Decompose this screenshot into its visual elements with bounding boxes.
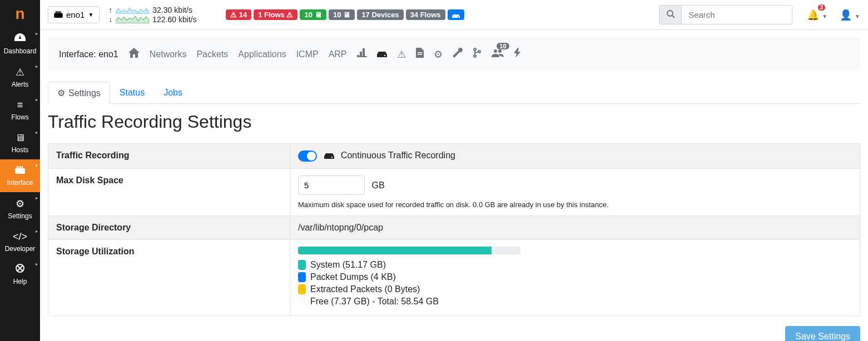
svg-rect-4	[22, 166, 23, 169]
svg-point-20	[384, 55, 385, 56]
tab-status[interactable]: Status	[110, 82, 154, 103]
save-button[interactable]: Save Settings	[785, 326, 860, 341]
sidebar-item-label: Interface	[7, 179, 33, 187]
label-storage-dir: Storage Directory	[48, 216, 290, 239]
storage-dir-value: /var/lib/ntopng/0/pcap	[290, 216, 860, 239]
interface-name: eno1	[66, 10, 85, 19]
user-icon: 👤	[840, 9, 852, 21]
traffic-recording-toggle[interactable]	[298, 151, 317, 162]
help-icon	[16, 264, 24, 275]
sidebar-item-label: Developer	[5, 245, 36, 253]
upload-sparkline	[116, 6, 149, 14]
interface-icon	[15, 165, 25, 177]
svg-rect-0	[15, 168, 25, 174]
git-icon[interactable]	[473, 48, 482, 61]
search-button[interactable]	[659, 5, 681, 24]
svg-point-13	[458, 16, 459, 17]
legend-dumps: Packet Dumps (4 KB)	[298, 272, 852, 282]
tab-settings[interactable]: ⚙ Settings	[48, 82, 110, 104]
hosts-icon: 🖥	[15, 132, 25, 144]
page-title: Traffic Recording Settings	[48, 112, 860, 132]
svg-point-14	[667, 11, 673, 16]
traffic-recording-desc: Continuous Traffic Recording	[341, 151, 455, 160]
disk-icon	[324, 151, 337, 161]
home-icon[interactable]	[128, 48, 140, 61]
dashboard-icon	[14, 33, 26, 45]
gear-icon: ⚙	[16, 198, 24, 210]
sidebar-item-settings[interactable]: ▸ ⚙ Settings	[0, 192, 40, 225]
label-max-disk: Max Disk Space	[48, 169, 290, 215]
gear-icon[interactable]: ⚙	[434, 48, 443, 61]
disk-badge[interactable]	[448, 9, 464, 20]
flows-alert-badge[interactable]: 1 Flows ⚠	[254, 9, 297, 20]
devices-badge[interactable]: 17 Devices	[357, 9, 403, 20]
tab-jobs[interactable]: Jobs	[154, 82, 192, 103]
sidebar-item-dashboard[interactable]: ▸ Dashboard	[0, 28, 40, 61]
sidebar-item-label: Flows	[11, 113, 28, 121]
caret-down-icon: ▼	[88, 12, 93, 18]
svg-rect-12	[60, 11, 61, 13]
sidebar-item-label: Alerts	[12, 81, 29, 88]
sidebar-item-alerts[interactable]: ▸ ⚠ Alerts	[0, 61, 40, 94]
flows-badge[interactable]: 34 Flows	[406, 9, 445, 20]
users-icon[interactable]: 10	[492, 48, 504, 60]
nav-arp[interactable]: ARP	[329, 49, 347, 59]
svg-rect-1	[17, 166, 18, 169]
legend-extracted: Extracted Packets (0 Bytes)	[298, 284, 852, 294]
download-sparkline	[116, 16, 149, 23]
legend-free-total: Free (7.37 GB) - Total: 58.54 GB	[298, 297, 852, 307]
nav-applications[interactable]: Applications	[238, 49, 286, 59]
svg-rect-22	[418, 54, 422, 55]
bell-icon: 🔔	[807, 9, 819, 21]
sidebar-item-label: Help	[13, 278, 27, 285]
svg-point-27	[498, 49, 502, 53]
topbar: eno1 ▼ ↑ 32.30 kbit/s ↓ 122.60 kbit/s ⚠ …	[40, 0, 868, 30]
user-menu[interactable]: 👤 ▼	[840, 9, 860, 21]
svg-rect-3	[20, 166, 21, 169]
label-storage-util: Storage Utilization	[48, 240, 290, 315]
legend-system: System (51.17 GB)	[298, 260, 852, 270]
sidebar-item-interface[interactable]: ▸ Interface	[0, 159, 40, 192]
wrench-icon[interactable]	[453, 48, 463, 61]
interface-selector[interactable]: eno1 ▼	[48, 6, 100, 23]
notification-count: 3	[818, 4, 826, 11]
file-icon[interactable]	[416, 48, 424, 61]
hosts-grey-badge[interactable]: 10 🖥	[329, 9, 355, 20]
disk-icon[interactable]	[377, 48, 387, 60]
notifications-button[interactable]: 🔔 3 ▼	[807, 9, 827, 21]
svg-rect-9	[56, 11, 57, 13]
status-badges: ⚠ 14 1 Flows ⚠ 10 🖥 10 🖥 17 Devices 34 F…	[226, 9, 464, 20]
svg-point-28	[331, 157, 333, 158]
storage-progress	[298, 247, 520, 254]
search-input[interactable]	[681, 5, 792, 24]
nav-icmp[interactable]: ICMP	[296, 49, 319, 59]
svg-rect-19	[357, 56, 367, 57]
svg-rect-10	[57, 11, 58, 13]
logo[interactable]: n	[0, 0, 40, 28]
sidebar: n ▸ Dashboard ▸ ⚠ Alerts ▸ ≡ Flows ▸ 🖥 H…	[0, 0, 40, 341]
sidebar-item-help[interactable]: ▸ Help	[0, 258, 40, 291]
svg-point-23	[474, 48, 476, 51]
traffic-rates: ↑ 32.30 kbit/s ↓ 122.60 kbit/s	[108, 6, 196, 24]
nav-packets[interactable]: Packets	[196, 49, 228, 59]
gear-icon: ⚙	[57, 88, 65, 98]
sidebar-item-label: Dashboard	[4, 47, 37, 55]
arrow-up-icon: ↑	[108, 6, 112, 15]
bolt-icon[interactable]	[514, 48, 520, 61]
sidebar-item-hosts[interactable]: ▸ 🖥 Hosts	[0, 127, 40, 159]
alert-badge[interactable]: ⚠ 14	[226, 9, 251, 20]
sidebar-item-developer[interactable]: ▸ </> Developer	[0, 225, 40, 258]
hosts-green-badge[interactable]: 10 🖥	[300, 9, 326, 20]
warning-icon[interactable]: ⚠	[397, 48, 406, 61]
chart-icon[interactable]	[357, 48, 367, 60]
search-icon	[666, 9, 675, 20]
nav-networks[interactable]: Networks	[150, 49, 187, 59]
upload-rate: 32.30 kbit/s	[152, 6, 192, 15]
sidebar-item-flows[interactable]: ▸ ≡ Flows	[0, 94, 40, 127]
interface-label: Interface: eno1	[59, 49, 118, 59]
max-disk-help: Maximum disk space used for recorded tra…	[298, 200, 852, 209]
arrow-down-icon: ↓	[108, 15, 112, 24]
tabs: ⚙ Settings Status Jobs	[48, 82, 860, 104]
max-disk-input[interactable]	[298, 175, 365, 195]
sidebar-item-label: Settings	[8, 212, 32, 220]
